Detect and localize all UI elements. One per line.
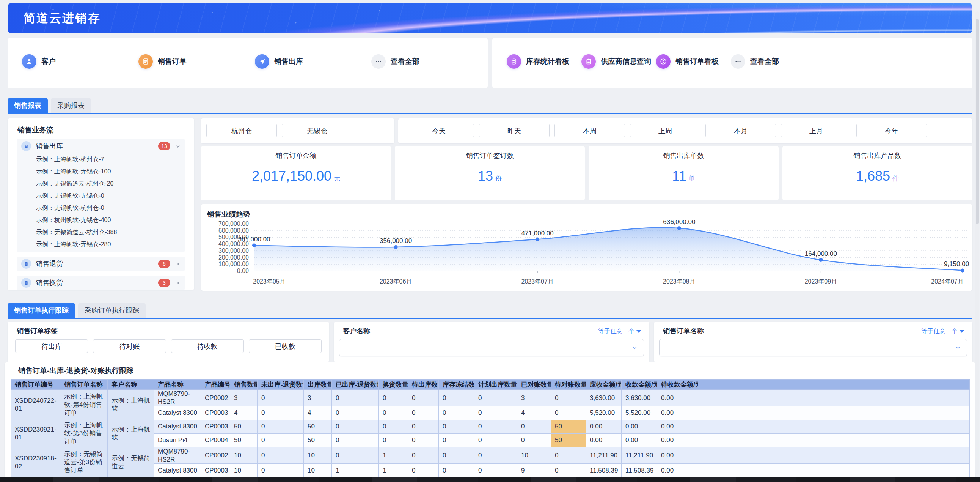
quick-link-库存统计看板[interactable]: 库存统计看板 — [507, 54, 581, 69]
tab-销售报表[interactable]: 销售报表 — [8, 98, 48, 113]
quick-links-right-card: 库存统计看板供应商信息查询销售订单看板查看全部 — [492, 38, 972, 88]
quick-link-客户[interactable]: 客户 — [22, 54, 138, 69]
scrollbar-thumb[interactable] — [976, 19, 979, 224]
flow-record-item[interactable]: 示例：无锡简道云-杭州仓-20 — [17, 178, 185, 190]
flow-record-item[interactable]: 示例：上海帆软-无锡仓-100 — [17, 166, 185, 178]
value-cell: 0.00 — [586, 420, 622, 433]
data-point[interactable] — [252, 244, 256, 247]
quick-link-供应商信息查询[interactable]: 供应商信息查询 — [581, 54, 656, 69]
date-btn-本月[interactable]: 本月 — [705, 124, 776, 137]
order-tag-btn-待对账[interactable]: 待对账 — [93, 339, 166, 353]
table-row[interactable]: Catalyst 8300CP000310010110009011,508.39… — [11, 464, 970, 477]
value-cell: 4 — [517, 406, 551, 420]
product-code-cell: CP0003 — [201, 406, 230, 420]
flow-record-item[interactable]: 示例：无锡简道云-杭州仓-388 — [17, 226, 185, 238]
customer-name-cell: 示例：上海帆软 — [108, 390, 154, 420]
date-btn-本周[interactable]: 本周 — [554, 124, 625, 137]
empty-cell — [698, 390, 970, 407]
value-cell: 0 — [258, 390, 304, 407]
flow-node-header-销售出库[interactable]: 销售出库 13 — [17, 139, 185, 153]
value-cell: 0 — [408, 464, 439, 477]
bottom-dark-bar — [0, 477, 980, 482]
warehouse-btn-无锡仓[interactable]: 无锡仓 — [282, 124, 352, 137]
customer-operator-dropdown[interactable]: 等于任意一个 — [598, 323, 649, 335]
quick-link-销售订单[interactable]: 销售订单 — [138, 54, 255, 69]
value-cell: 1 — [379, 464, 408, 477]
table-row[interactable]: Catalyst 8300CP000340400000405,520.005,5… — [11, 406, 970, 420]
flow-record-item[interactable]: 示例：杭州帆软-无锡仓-400 — [17, 214, 185, 226]
svg-text:2023年07月: 2023年07月 — [522, 278, 554, 285]
value-cell: 0 — [258, 464, 304, 477]
data-point[interactable] — [819, 258, 822, 262]
quick-link-销售出库[interactable]: 销售出库 — [255, 54, 371, 69]
data-point[interactable] — [394, 245, 398, 249]
value-cell: 0 — [258, 447, 304, 464]
value-cell: 0 — [551, 447, 586, 464]
order-tag-btn-待出库[interactable]: 待出库 — [15, 339, 88, 353]
date-btn-上月[interactable]: 上月 — [781, 124, 851, 137]
date-btn-上周[interactable]: 上周 — [630, 124, 700, 137]
table-title: 销售订单-出库-退换货-对账执行跟踪 — [5, 362, 975, 376]
value-cell: 0 — [439, 433, 474, 447]
product-code-cell: CP0002 — [201, 390, 230, 407]
table-row[interactable]: XSDD230921-01示例：上海帆软-第3份销售订单示例：上海帆软Catal… — [11, 420, 970, 433]
more-icon — [734, 57, 742, 65]
flow-node-header-销售退货[interactable]: 销售退货 6 — [17, 257, 185, 271]
flow-node-header-销售换货[interactable]: 销售换货 3 — [17, 276, 185, 290]
svg-text:2023年05月: 2023年05月 — [253, 278, 285, 285]
data-point[interactable] — [536, 238, 539, 241]
order-tag-btn-待收款[interactable]: 待收款 — [171, 339, 244, 353]
date-btn-昨天[interactable]: 昨天 — [479, 124, 550, 137]
doc-icon — [24, 144, 29, 149]
value-cell: 0 — [408, 447, 439, 464]
customer-select[interactable] — [339, 339, 644, 356]
triangle-down-icon — [636, 330, 641, 333]
flow-record-item[interactable]: 示例：上海帆软-无锡仓-280 — [17, 238, 185, 251]
date-btn-今天[interactable]: 今天 — [404, 124, 474, 137]
value-cell: 0 — [439, 406, 474, 420]
flow-record-item[interactable]: 示例：上海帆软-杭州仓-7 — [17, 153, 185, 166]
value-cell: 0.00 — [657, 433, 698, 447]
value-cell: 0 — [408, 433, 439, 447]
count-badge: 6 — [158, 260, 170, 268]
order-name-operator-dropdown[interactable]: 等于任意一个 — [921, 323, 972, 335]
column-header: 产品编号 — [201, 380, 230, 390]
value-cell: 0.00 — [657, 390, 698, 407]
order-tag-btn-已收款[interactable]: 已收款 — [249, 339, 321, 353]
quick-link-查看全部[interactable]: 查看全部 — [371, 54, 488, 69]
tab-采购报表[interactable]: 采购报表 — [51, 98, 91, 113]
app-root: 简道云进销存 客户销售订单销售出库查看全部 库存统计看板供应商信息查询销售订单看… — [0, 0, 980, 482]
table-row[interactable]: XSDD240722-01示例：上海帆软-第4份销售订单示例：上海帆软MQM87… — [11, 390, 970, 407]
user-icon — [25, 57, 33, 65]
column-header: 出库数量 — [304, 380, 332, 390]
value-cell: 0 — [517, 433, 551, 447]
flow-record-item[interactable]: 示例：无锡帆软-无锡仓-0 — [17, 190, 185, 202]
tab-销售订单执行跟踪[interactable]: 销售订单执行跟踪 — [8, 303, 75, 318]
svg-text:0.00: 0.00 — [237, 268, 249, 274]
table-row[interactable]: XSDD230918-02示例：无锡简道云-第3份销售订单示例：无锡简道云MQM… — [11, 447, 970, 464]
table-row[interactable]: Dusun Pi4CP000450050000000500.000.000.00 — [11, 433, 970, 447]
column-header: 销售订单编号 — [11, 380, 60, 390]
product-code-cell: CP0002 — [201, 447, 230, 464]
column-header: 收款金额/元 — [622, 380, 657, 390]
kpi-cards: 销售订单金额 2,017,150.00元销售订单签订数 13份销售出库单数 11… — [201, 146, 972, 200]
quick-link-查看全部[interactable]: 查看全部 — [731, 54, 805, 69]
value-cell: 10 — [304, 447, 332, 464]
page-scrollbar[interactable] — [975, 11, 979, 474]
date-btn-今年[interactable]: 今年 — [856, 124, 927, 137]
value-cell: 0 — [258, 406, 304, 420]
quick-link-销售订单看板[interactable]: 销售订单看板 — [656, 54, 731, 69]
count-badge: 13 — [158, 142, 170, 150]
column-header: 产品名称 — [154, 380, 201, 390]
data-point[interactable] — [961, 268, 964, 272]
flow-record-item[interactable]: 示例：无锡帆软-杭州仓-0 — [17, 202, 185, 214]
value-cell: 0 — [551, 390, 586, 407]
order-name-select[interactable] — [659, 339, 967, 356]
svg-text:300,000.00: 300,000.00 — [218, 247, 249, 254]
value-cell: 0.00 — [586, 433, 622, 447]
warehouse-btn-杭州仓[interactable]: 杭州仓 — [206, 124, 277, 137]
chevron-down-icon — [175, 144, 181, 149]
data-point[interactable] — [677, 226, 681, 230]
value-cell: 0 — [332, 406, 379, 420]
tab-采购订单执行跟踪[interactable]: 采购订单执行跟踪 — [78, 303, 146, 318]
